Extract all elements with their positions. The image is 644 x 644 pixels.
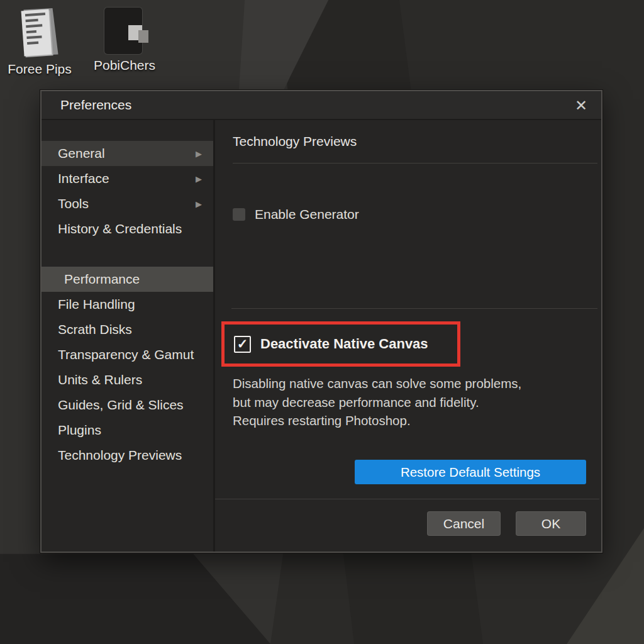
chevron-right-icon: ▶ — [196, 174, 202, 184]
panel-heading: Technology Previews — [233, 134, 357, 149]
divider — [231, 308, 597, 309]
description-line: Requires restarting Photoshop. — [233, 411, 521, 430]
sidebar-group-gap — [42, 242, 213, 267]
sidebar-item-label: General — [58, 146, 105, 161]
checkbox-checked[interactable]: ✓ — [234, 336, 251, 353]
document-icon — [21, 8, 58, 58]
sidebar-item-history-credentials[interactable]: History & Credentials — [42, 216, 213, 242]
deactivate-native-canvas-highlight: ✓ Deactivate Native Canvas — [221, 321, 460, 367]
ok-button[interactable]: OK — [516, 511, 586, 536]
native-canvas-description: Disabling native canvas can solve some p… — [233, 374, 521, 430]
check-icon: ✓ — [237, 337, 248, 350]
close-icon[interactable]: ✕ — [570, 95, 592, 116]
chevron-right-icon: ▶ — [196, 149, 202, 158]
sidebar-item-label: History & Credentials — [58, 221, 182, 236]
sidebar-item-units-rulers[interactable]: Units & Rulers — [42, 367, 213, 392]
sidebar-item-transparency-gamut[interactable]: Transparency & Gamut — [42, 342, 213, 367]
checkbox-unchecked[interactable] — [233, 208, 245, 221]
sidebar-item-label: Performance — [64, 272, 140, 287]
sidebar-item-scrath-disks[interactable]: Scrath Disks — [42, 317, 213, 342]
sidebar-item-label: Tools — [58, 196, 89, 211]
dialog-title: Preferences — [60, 97, 131, 113]
desktop-icon-pobichers[interactable]: PobiChers — [87, 8, 162, 73]
sidebar-item-tools[interactable]: Tools ▶ — [42, 191, 213, 216]
preferences-sidebar: General ▶ Interface ▶ Tools ▶ History & … — [42, 120, 215, 552]
desktop-icon-label: Foree Pips — [2, 62, 77, 77]
enable-generator-label: Enable Generator — [255, 207, 359, 222]
sidebar-item-performance[interactable]: Performance — [42, 267, 213, 292]
sidebar-item-label: Plugins — [58, 423, 101, 438]
sidebar-item-label: Units & Rulers — [58, 372, 142, 387]
app-icon — [104, 8, 145, 54]
preferences-panel: Technology Previews Enable Generator ✓ D… — [215, 120, 601, 552]
sidebar-item-file-handling[interactable]: File Handling — [42, 292, 213, 317]
cancel-button[interactable]: Cancel — [427, 511, 501, 536]
sidebar-item-general[interactable]: General ▶ — [42, 141, 213, 166]
desktop-icon-foree-pips[interactable]: Foree Pips — [2, 8, 77, 77]
preferences-dialog: Preferences ✕ General ▶ Interface ▶ Tool… — [40, 90, 602, 553]
sidebar-item-label: Scrath Disks — [58, 322, 132, 337]
enable-generator-row[interactable]: Enable Generator — [233, 207, 359, 222]
footer-divider — [215, 499, 599, 499]
description-line: but may decrease performance and fidelit… — [233, 393, 521, 412]
divider — [233, 163, 597, 164]
sidebar-item-plugins[interactable]: Plugins — [42, 418, 213, 443]
sidebar-item-guides-grid-slices[interactable]: Guides, Grid & Slices — [42, 392, 213, 418]
desktop-icon-label: PobiChers — [87, 58, 162, 73]
chevron-right-icon: ▶ — [196, 199, 202, 209]
description-line: Disabling native canvas can solve some p… — [233, 374, 521, 393]
sidebar-item-label: Guides, Grid & Slices — [58, 397, 184, 413]
sidebar-item-label: Technology Previews — [58, 448, 182, 463]
sidebar-item-label: Interface — [58, 171, 109, 186]
sidebar-item-label: File Handling — [58, 297, 135, 312]
deactivate-native-canvas-label: Deactivate Native Canvas — [260, 336, 428, 352]
sidebar-item-technology-previews[interactable]: Technology Previews — [42, 443, 213, 468]
restore-default-settings-button[interactable]: Restore Default Settings — [355, 460, 586, 484]
sidebar-item-label: Transparency & Gamut — [58, 347, 194, 362]
dialog-titlebar: Preferences ✕ — [42, 91, 601, 120]
sidebar-item-interface[interactable]: Interface ▶ — [42, 166, 213, 191]
